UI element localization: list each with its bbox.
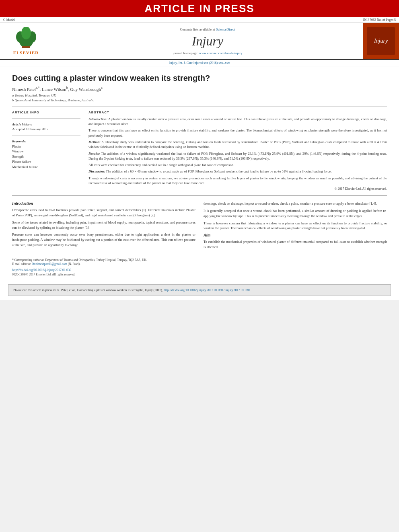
homepage-label: journal homepage: — [173, 51, 198, 55]
doi-footer: http://dx.doi.org/10.1016/j.injury.2017.… — [12, 268, 387, 272]
contents-label: Contents lists available at — [180, 27, 215, 31]
abstract-all-tests: All tests were checked for consistency a… — [88, 162, 387, 167]
abstract-method-text: A laboratory study was undertaken to com… — [88, 140, 387, 149]
article-content: Does cutting a plaster window weaken its… — [0, 66, 399, 280]
abstract-though: Though windowing of casts is necessary i… — [88, 176, 387, 186]
abstract-concern: There is concern that this can have an e… — [88, 128, 387, 138]
body-right-col: dressings, check on drainage, inspect a … — [204, 201, 387, 251]
footnote-email: E-mail address: Dr.nimeshpatel1@gmail.co… — [12, 262, 387, 267]
license-text: 0020-1383/© 2017 Elsevier Ltd. All right… — [12, 273, 387, 276]
intro-para-right1: dressings, check on drainage, inspect a … — [204, 201, 387, 206]
keyword-strength: Strength — [12, 154, 80, 159]
elsevier-brand-text: ELSEVIER — [13, 50, 39, 55]
abstract-results-text: The addition of a window significantly w… — [88, 152, 387, 160]
keyword-plaster-failure: Plaster failure — [12, 159, 80, 164]
journal-title: Injury — [192, 34, 223, 49]
body-two-col: Introduction Orthopaedic casts used to t… — [12, 201, 387, 251]
injury-logo-box: Injury — [367, 27, 395, 55]
article-info-abstract-section: ARTICLE INFO Article history: Accepted 1… — [12, 111, 387, 191]
author3-sup: a — [101, 86, 103, 90]
journal-center: Contents lists available at ScienceDirec… — [52, 23, 363, 59]
model-number: INIJ 7062 No. of Pages 5 — [363, 18, 396, 22]
abstract-discussion-label: Discussion: — [88, 169, 105, 173]
elsevier-logo: ELSEVIER — [0, 23, 52, 59]
author3-name: , Guy Wansbrough — [68, 87, 101, 92]
intro-para-right3: There is however concern that fabricatin… — [204, 221, 387, 231]
citation-footer: Please cite this article in press as: N.… — [8, 284, 391, 296]
abstract-column: ABSTRACT Introduction: A plaster window … — [88, 111, 387, 191]
keywords-list: Plaster Window Strength Plaster failure … — [12, 144, 80, 170]
sciencedirect-link[interactable]: ScienceDirect — [216, 27, 235, 31]
intro-para3: Pressure sores can however commonly occu… — [12, 232, 195, 247]
article-in-press-text: ARTICLE IN PRESS — [144, 2, 254, 14]
keyword-mechanical-failure: Mechanical failure — [12, 164, 80, 170]
keyword-window: Window — [12, 149, 80, 154]
homepage-link[interactable]: www.elsevier.com/locate/injury — [199, 51, 243, 55]
homepage-line: journal homepage: www.elsevier.com/locat… — [173, 51, 243, 55]
article-info-column: ARTICLE INFO Article history: Accepted 1… — [12, 111, 80, 191]
top-meta: G Model INIJ 7062 No. of Pages 5 — [0, 17, 399, 23]
email-link[interactable]: Dr.nimeshpatel1@gmail.com — [32, 262, 67, 266]
intro-para1: Orthopaedic casts used to treat fracture… — [12, 207, 195, 218]
keywords-label: Keywords: — [12, 140, 80, 143]
journal-logo-right: Injury — [363, 23, 399, 59]
page: ARTICLE IN PRESS G Model INIJ 7062 No. o… — [0, 0, 399, 300]
aim-title: Aim — [204, 233, 387, 237]
aim-para: To establish the mechanical properties o… — [204, 239, 387, 250]
abstract-discussion-text: The addition of a 60 × 40 mm window to a… — [106, 169, 331, 173]
abstract-discussion: Discussion: The addition of a 60 × 40 mm… — [88, 169, 387, 174]
abstract-section-label: ABSTRACT — [88, 111, 387, 114]
affiliation-b: b Queensland University of Technology, B… — [12, 98, 387, 102]
divider-article-info — [12, 118, 80, 119]
abstract-results: Results: The addition of a window signif… — [88, 151, 387, 161]
email-end: (N. Patel). — [68, 262, 80, 266]
article-info-section-label: ARTICLE INFO — [12, 111, 80, 114]
abstract-text: Introduction: A plaster window is usuall… — [88, 117, 387, 186]
divider-after-authors — [12, 106, 387, 107]
elsevier-tree-icon — [12, 27, 40, 49]
divider-keywords — [12, 135, 80, 136]
journal-header: ELSEVIER Contents lists available at Sci… — [0, 23, 399, 60]
citation-doi-link2[interactable]: injury.2017.01.030 — [225, 288, 250, 292]
footnote-section: * Corresponding author at: Department of… — [12, 256, 387, 267]
g-model-label: G Model — [3, 18, 15, 22]
authors-line: Nimesh Patela,*, Lance Wilsonb, Guy Wans… — [12, 86, 387, 92]
author2-name: , Lance Wilson — [40, 87, 66, 92]
abstract-method: Method: A laboratory study was undertake… — [88, 140, 387, 150]
injury-logo-text: Injury — [374, 38, 388, 44]
abstract-intro-label: Introduction: — [88, 117, 107, 121]
copyright-line: © 2017 Elsevier Ltd. All rights reserved… — [88, 187, 387, 191]
doi-line: Injury, Int. J. Care Injured xxx (2016) … — [0, 60, 399, 66]
abstract-intro-text: A plaster window is usually created over… — [88, 117, 387, 126]
contents-available-line: Contents lists available at ScienceDirec… — [180, 27, 235, 31]
introduction-title: Introduction — [12, 201, 195, 205]
abstract-method-label: Method: — [88, 140, 101, 144]
abstract-intro: Introduction: A plaster window is usuall… — [88, 117, 387, 127]
svg-point-4 — [21, 27, 31, 39]
email-label: E-mail address: — [12, 262, 31, 266]
article-title: Does cutting a plaster window weaken its… — [12, 74, 387, 83]
accepted-date: Accepted 10 January 2017 — [12, 127, 80, 131]
doi-link[interactable]: http://dx.doi.org/10.1016/j.injury.2017.… — [12, 268, 71, 272]
doi-journal-ref: Injury, Int. J. Care Injured xxx (2016) … — [169, 61, 230, 65]
citation-link2: / — [224, 288, 224, 292]
citation-doi-link[interactable]: http://dx.doi.org/10.1016/j.injury.2017.… — [164, 288, 223, 292]
intro-para-right2: It is generally accepted that once a wou… — [204, 208, 387, 219]
thick-rule-body — [12, 195, 387, 196]
affiliation-a: a Torbay Hospital, Torquay, UK — [12, 93, 387, 97]
author1-name: Nimesh Patel — [12, 87, 36, 92]
footnote-corresponding: * Corresponding author at: Department of… — [12, 258, 387, 263]
keyword-plaster: Plaster — [12, 144, 80, 149]
article-in-press-banner: ARTICLE IN PRESS — [0, 0, 399, 17]
svg-rect-5 — [22, 46, 30, 48]
intro-para2: Some of the issues related to swelling, … — [12, 220, 195, 230]
citation-text: Please cite this article in press as: N.… — [13, 288, 163, 292]
author1-sup: a,* — [36, 86, 40, 90]
body-left-col: Introduction Orthopaedic casts used to t… — [12, 201, 195, 251]
abstract-results-label: Results: — [88, 152, 100, 156]
history-label: Article history: — [12, 123, 80, 126]
